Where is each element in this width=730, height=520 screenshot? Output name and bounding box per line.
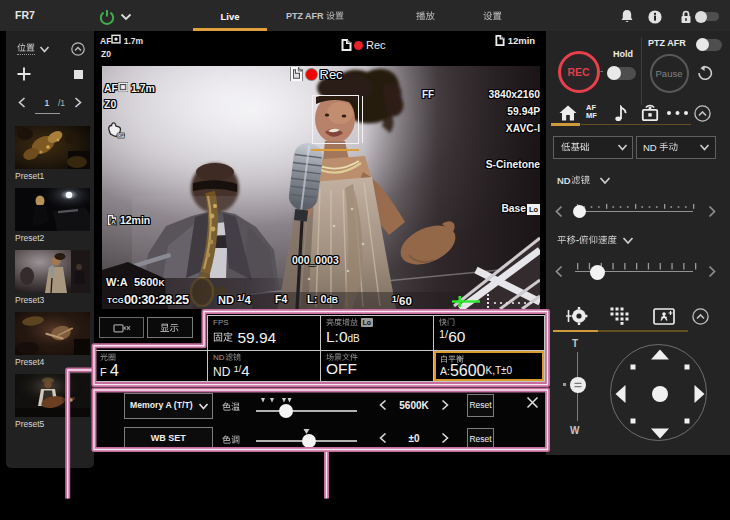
svg-text:OFF: OFF [118,133,125,138]
svg-text:A: A [111,219,116,225]
